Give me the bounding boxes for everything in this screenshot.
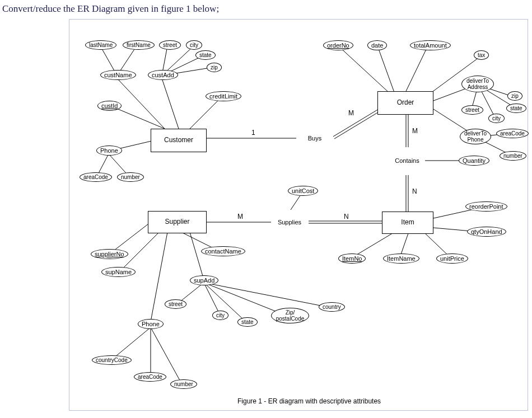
attr-s-phone: Phone <box>138 319 164 329</box>
entity-item: Item <box>382 212 433 234</box>
svg-line-52 <box>111 327 151 360</box>
attr-reorderPoint: reorderPoint <box>465 201 507 212</box>
rel-supplies: Supplies <box>270 208 309 237</box>
attr-sa-city: city <box>212 311 228 320</box>
attr-da-zip: zip <box>507 91 522 101</box>
card-buys-cust: 1 <box>251 129 255 137</box>
attr-lastName: lastName <box>85 40 116 50</box>
attr-p-countryCode: countryCode <box>92 355 132 365</box>
attr-zip: zip <box>207 63 222 72</box>
er-diagram: Customer custId custName lastName firstN… <box>69 19 528 411</box>
figure-caption: Figure 1 - ER diagram with descriptive a… <box>237 397 381 405</box>
card-contains-order: M <box>412 127 418 135</box>
attr-creditLimit: creditLimit <box>206 91 241 101</box>
attr-quantity: Quantity <box>459 156 489 166</box>
attr-supName: supName <box>101 267 136 277</box>
svg-line-45 <box>190 232 204 280</box>
svg-line-18 <box>405 46 428 92</box>
svg-line-17 <box>377 46 394 92</box>
attr-city: city <box>186 40 202 50</box>
attr-custAdd: custAdd <box>148 70 178 80</box>
attr-state: state <box>195 50 216 60</box>
attr-areaCode: areaCode <box>80 172 112 182</box>
entity-customer: Customer <box>151 129 207 152</box>
card-contains-item: N <box>412 187 417 195</box>
svg-line-1 <box>117 78 165 129</box>
attr-da-state: state <box>506 104 526 113</box>
card-supplies-supplier: M <box>237 213 243 220</box>
card-supplies-item: N <box>344 213 349 220</box>
rel-contains: Contains <box>388 146 427 175</box>
attr-sa-state: state <box>237 317 258 327</box>
attr-itemName: ItemName <box>383 253 419 264</box>
attr-firstName: firstName <box>123 40 155 50</box>
svg-line-51 <box>151 232 167 322</box>
attr-supplierNo: supplierNo <box>91 249 128 259</box>
attr-deliverToAddress: deliverTo Address <box>461 76 494 92</box>
attr-qtyOnHand: qtyOnHand <box>467 227 506 237</box>
attr-dp-areaCode: areaCode <box>496 129 529 138</box>
attr-dp-number: number <box>500 151 526 161</box>
attr-contactName: contactName <box>201 246 245 256</box>
attr-number: number <box>117 172 144 182</box>
card-buys-order: M <box>348 109 354 117</box>
svg-line-14 <box>333 109 379 137</box>
attr-sa-zip: Zip/ postalCode <box>271 308 309 323</box>
attr-custName: custName <box>100 70 136 80</box>
attr-p-number: number <box>170 379 197 389</box>
svg-line-9 <box>190 98 221 129</box>
attr-totalAmount: totalAmount <box>410 40 451 50</box>
svg-line-0 <box>111 106 165 129</box>
attr-orderNo: orderNo <box>323 40 353 50</box>
svg-line-50 <box>204 283 332 308</box>
attr-da-street: street <box>461 105 483 115</box>
rel-buys: Buys <box>295 124 334 153</box>
attr-deliverToPhone: deliverTo Phone <box>460 129 491 144</box>
entity-supplier: Supplier <box>148 211 207 233</box>
attr-street: street <box>159 40 181 50</box>
page-title: Convert/reduce the ER Diagram given in f… <box>0 0 532 18</box>
attr-unitPrice: unitPrice <box>436 253 468 264</box>
svg-line-4 <box>162 78 179 129</box>
attr-sa-country: country <box>319 302 345 312</box>
entity-order: Order <box>377 91 433 115</box>
attr-sa-street: street <box>165 299 186 309</box>
attr-p-areaCode: areaCode <box>134 372 166 382</box>
svg-line-16 <box>338 46 389 92</box>
attr-phone: Phone <box>96 145 122 156</box>
attr-da-city: city <box>488 114 505 123</box>
svg-line-15 <box>334 111 380 139</box>
